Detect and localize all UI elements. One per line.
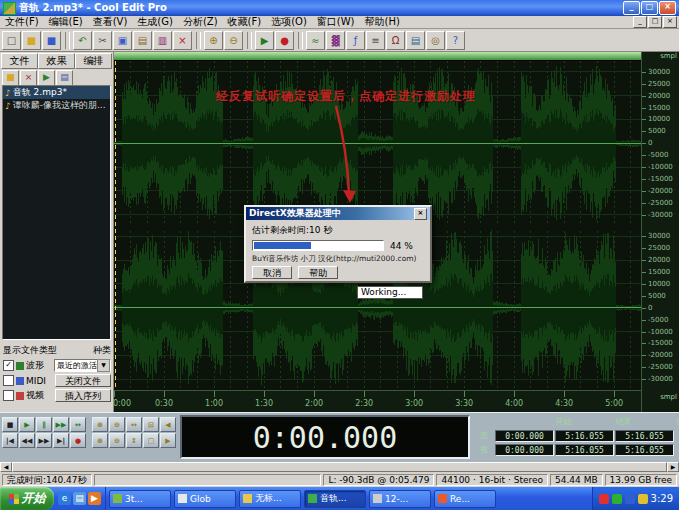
- stop-button[interactable]: ■: [2, 417, 18, 432]
- zoom-out-full-button[interactable]: □: [143, 433, 159, 448]
- child-restore-button[interactable]: □: [648, 16, 662, 28]
- zoom-selection-button[interactable]: ⊡: [143, 417, 159, 432]
- taskbar-task[interactable]: 3t...: [109, 490, 171, 508]
- taskbar-task[interactable]: 12-...: [369, 490, 431, 508]
- taskbar-task[interactable]: 无标...: [239, 490, 301, 508]
- file-list[interactable]: ♪音轨 2.mp3*♪谭咏麟-像我这样的朋...: [2, 85, 111, 340]
- loop-play-button[interactable]: ↔: [70, 417, 86, 432]
- start-button[interactable]: 开始: [0, 487, 54, 510]
- help-icon[interactable]: ?: [446, 31, 465, 50]
- rewind-button[interactable]: ◀◀: [19, 433, 35, 448]
- play-icon[interactable]: ▶: [255, 31, 274, 50]
- zoom-out-vertical-button[interactable]: ⊖: [109, 433, 125, 448]
- panel-tab[interactable]: 编排: [75, 53, 112, 69]
- open-file-icon[interactable]: ■: [2, 70, 19, 86]
- midi-checkbox[interactable]: [3, 375, 14, 386]
- panel-tab[interactable]: 效果: [38, 53, 75, 69]
- help-button[interactable]: 帮助: [298, 266, 338, 279]
- child-minimize-button[interactable]: _: [633, 16, 647, 28]
- menu-item[interactable]: 帮助(H): [360, 15, 405, 29]
- delete-icon[interactable]: ×: [173, 31, 192, 50]
- spectral-view-icon[interactable]: ▓: [326, 31, 345, 50]
- playback-controls: ■▶∥▶▶↔|◀◀◀▶▶▶|●: [2, 417, 86, 448]
- pause-button[interactable]: ∥: [36, 417, 52, 432]
- scrollbar-thumb[interactable]: [12, 462, 667, 472]
- amplitude-ruler[interactable]: smpl smpl 300002500020000150001000050000…: [641, 52, 679, 412]
- amplitude-label: -5000: [648, 316, 668, 324]
- amplitude-tickmark: [642, 203, 646, 204]
- scroll-left-icon[interactable]: ◀: [0, 462, 12, 472]
- panel-tab[interactable]: 文件: [1, 53, 38, 69]
- minimize-button[interactable]: _: [623, 1, 640, 15]
- file-item[interactable]: ♪谭咏麟-像我这样的朋...: [3, 99, 110, 112]
- paste-icon[interactable]: ▤: [133, 31, 152, 50]
- multitrack-icon[interactable]: ▤: [406, 31, 425, 50]
- network-icon: [625, 494, 635, 504]
- close-file-button[interactable]: 关闭文件: [55, 374, 111, 387]
- child-close-button[interactable]: ×: [663, 16, 677, 28]
- taskbar-task[interactable]: 音轨...: [304, 490, 366, 508]
- midi-type-icon: [16, 377, 24, 385]
- dialog-titlebar[interactable]: DirectX效果器处理中 ×: [246, 207, 430, 220]
- mix-paste-icon[interactable]: ▥: [153, 31, 172, 50]
- fast-forward-button[interactable]: ▶▶: [36, 433, 52, 448]
- menu-item[interactable]: 编辑(E): [44, 15, 88, 29]
- new-file-icon[interactable]: □: [2, 31, 21, 50]
- go-to-end-button[interactable]: ▶|: [53, 433, 69, 448]
- play-file-icon[interactable]: ▶: [38, 70, 55, 86]
- dialog-close-icon[interactable]: ×: [414, 208, 427, 220]
- overview-bar[interactable]: [114, 52, 641, 61]
- close-file-icon[interactable]: ×: [20, 70, 37, 86]
- zoom-out-button[interactable]: ⊖: [109, 417, 125, 432]
- copy-icon[interactable]: ▣: [113, 31, 132, 50]
- show-desktop-icon[interactable]: ▤: [73, 492, 86, 505]
- timeline-ruler[interactable]: 0:000:301:001:302:002:303:003:304:004:30…: [114, 390, 641, 412]
- zoom-in-icon[interactable]: ⊕: [204, 31, 223, 50]
- file-properties-icon[interactable]: ▤: [56, 70, 73, 86]
- sort-dropdown[interactable]: 最近的激活 ▼: [54, 359, 111, 372]
- zoom-in-vertical-button[interactable]: ⊕: [92, 433, 108, 448]
- media-player-icon[interactable]: ▶: [88, 492, 101, 505]
- close-button[interactable]: ×: [659, 1, 676, 15]
- menu-item[interactable]: 生成(G): [132, 15, 178, 29]
- video-checkbox[interactable]: [3, 390, 14, 401]
- record-button[interactable]: ●: [70, 433, 86, 448]
- zoom-left-button[interactable]: ◀: [160, 417, 176, 432]
- cd-burn-icon[interactable]: ◎: [426, 31, 445, 50]
- noise-reduction-icon[interactable]: Ω: [386, 31, 405, 50]
- menu-item[interactable]: 分析(Z): [178, 15, 223, 29]
- zoom-out-icon[interactable]: ⊖: [224, 31, 243, 50]
- taskbar-task[interactable]: Glob: [174, 490, 236, 508]
- waveform-view-icon[interactable]: ≈: [306, 31, 325, 50]
- play-button[interactable]: ▶: [19, 417, 35, 432]
- zoom-full-button[interactable]: ↔: [126, 417, 142, 432]
- waveform-checkbox[interactable]: ✓: [3, 360, 14, 371]
- menu-item[interactable]: 选项(O): [266, 15, 312, 29]
- menu-item[interactable]: 文件(F): [0, 15, 44, 29]
- dropdown-arrow-icon[interactable]: ▼: [97, 359, 110, 372]
- cut-icon[interactable]: ✂: [93, 31, 112, 50]
- go-to-start-button[interactable]: |◀: [2, 433, 18, 448]
- zoom-vertical-button[interactable]: ↕: [126, 433, 142, 448]
- record-icon[interactable]: ●: [275, 31, 294, 50]
- undo-icon[interactable]: ↶: [73, 31, 92, 50]
- zoom-right-button[interactable]: ▶: [160, 433, 176, 448]
- save-file-icon[interactable]: ■: [42, 31, 61, 50]
- effects-icon[interactable]: ƒ: [346, 31, 365, 50]
- insert-sequence-button[interactable]: 插入序列: [55, 389, 111, 402]
- menu-item[interactable]: 收藏(F): [223, 15, 267, 29]
- cancel-button[interactable]: 取消: [252, 266, 292, 279]
- zoom-in-button[interactable]: ⊕: [92, 417, 108, 432]
- play-to-end-button[interactable]: ▶▶: [53, 417, 69, 432]
- file-item[interactable]: ♪音轨 2.mp3*: [3, 86, 110, 99]
- equalizer-icon[interactable]: ≡: [366, 31, 385, 50]
- ie-icon[interactable]: e: [58, 492, 71, 505]
- scroll-right-icon[interactable]: ▶: [667, 462, 679, 472]
- menu-item[interactable]: 窗口(W): [312, 15, 360, 29]
- taskbar-task[interactable]: Re...: [434, 490, 496, 508]
- horizontal-scrollbar[interactable]: ◀ ▶: [0, 462, 679, 472]
- maximize-button[interactable]: □: [641, 1, 658, 15]
- open-file-icon[interactable]: ■: [22, 31, 41, 50]
- menu-item[interactable]: 查看(V): [88, 15, 133, 29]
- selection-length: 5:16.055: [615, 430, 674, 442]
